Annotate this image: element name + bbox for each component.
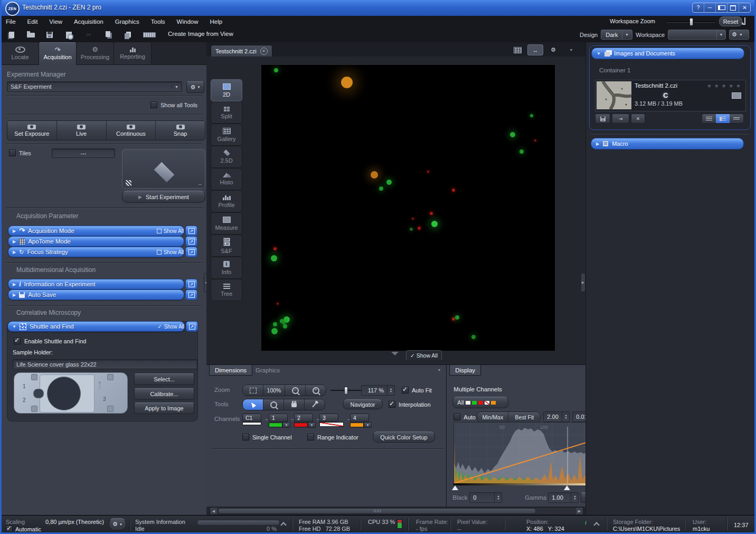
save-button[interactable] [44,31,55,39]
view-settings-gear-icon[interactable]: ⚙ [545,44,561,55]
scroll-left-icon[interactable]: ◀ [210,508,217,514]
tab-processing[interactable]: ⚙ Processing [77,42,114,64]
range-indicator-toggle[interactable]: Range Indicator [307,434,358,441]
preview-mode-icon[interactable] [126,180,131,186]
menu-help[interactable]: Help [204,18,229,25]
expand-arrow-icon[interactable]: ▶ [596,142,599,146]
view-tab-gallery[interactable]: Gallery [211,124,242,146]
document-card[interactable]: Testschnitt 2.czi ★ ★ ★ ★ ★ C 3.12 MB / … [595,80,746,111]
tiles-checkbox[interactable] [9,149,16,156]
expand-arrow-icon[interactable]: ▶ [13,293,16,297]
scaling-automatic-toggle[interactable]: Automatic [6,526,41,532]
view-tab-histo[interactable]: Histo [211,168,242,190]
menu-tools[interactable]: Tools [145,18,171,25]
histogram[interactable]: 50 100 [453,422,585,484]
workspace-dropdown[interactable]: ▼ [668,30,726,40]
tab-reporting[interactable]: Reporting [114,42,152,64]
compact-view-button[interactable] [730,114,743,123]
show-all-tools-checkbox[interactable] [150,101,157,108]
gamma-value-spinner[interactable]: 1.00 ▲▼ [548,492,579,503]
all-channels-button[interactable]: All [452,397,508,408]
show-all-tab[interactable]: ✓Show All [406,350,442,360]
show-all-toggle[interactable]: Show All [157,249,184,255]
enable-shuttle-toggle[interactable]: Enable Shuttle and Find [14,338,86,344]
image-canvas[interactable] [261,65,555,351]
detail-view-button[interactable] [716,114,730,123]
view-tab-sf[interactable]: EMLMS&F [211,235,242,257]
popout-button[interactable]: ↗ [185,247,197,257]
menu-file[interactable]: File [0,18,22,25]
help-button[interactable]: ? [693,3,704,12]
collapse-arrow-icon[interactable]: ▼ [597,51,601,56]
min-max-button[interactable]: Min/Max [477,412,508,423]
enable-shuttle-checkbox[interactable] [14,338,21,344]
interpolation-toggle[interactable]: Interpolation [389,401,431,408]
open-button[interactable] [25,31,36,39]
view-tab-2d[interactable]: 2D [211,79,242,101]
preview-button[interactable] [63,31,74,39]
zoom-100-button[interactable]: 100% [263,385,285,396]
zoom-in-button[interactable]: + [306,385,326,396]
cut-button[interactable]: ✂ [83,31,94,39]
popout-button[interactable]: ↗ [185,279,197,289]
apply-to-image-button[interactable]: Apply to Image [134,402,194,414]
white-point-slider[interactable] [564,485,570,490]
expand-arrow-icon[interactable]: ▶ [13,282,16,287]
auto-fit-checkbox[interactable] [402,387,409,394]
popout-button[interactable]: ↗ [185,226,197,236]
channel-4[interactable]: 4 ▼ [350,414,372,428]
minimize-button[interactable]: ─ [704,3,716,12]
channel-1[interactable]: 1 ▼ [269,414,290,428]
single-channel-toggle[interactable]: Single Channel [242,434,292,441]
expand-arrow-icon[interactable]: ▶ [13,250,16,255]
title-bar[interactable]: ZEN Testschnitt 2.czi - ZEN 2 pro ? ─ ✕ [0,0,756,16]
workspace-zoom-slider[interactable] [666,21,715,23]
tiles-toggle[interactable]: Tiles [9,149,31,156]
close-document-button[interactable]: ✕ [631,114,645,124]
tab-display[interactable]: Display [449,365,481,376]
auto-checkbox[interactable] [453,414,460,420]
scrollbar-thumb[interactable] [218,508,536,514]
collapse-arrow-icon[interactable]: ▼ [12,324,16,329]
menu-window[interactable]: Window [171,18,204,25]
experiment-options-button[interactable]: ⚙▼ [186,81,204,93]
restore-tile-button[interactable] [716,3,727,12]
collapse-chevron-icon[interactable] [281,522,286,528]
clipped-button[interactable] [581,492,585,503]
zoom-value-spinner[interactable]: 117 % ▲▼ [361,385,395,396]
focus-strategy-bar[interactable]: ▶ ↻ Focus Strategy Show All [8,247,184,257]
select-holder-button[interactable]: Select... [134,373,194,385]
design-dropdown[interactable]: Dark ▼ [601,30,632,40]
gallery-view-icon[interactable] [509,44,525,55]
collapse-view-arrow-icon[interactable] [391,352,399,355]
cursor-tool-button[interactable] [243,399,263,410]
ruler-button[interactable] [143,31,156,39]
view-tab-split[interactable]: Split [211,101,242,124]
chevron-down-icon[interactable]: ▼ [364,422,372,428]
chevron-down-icon[interactable]: ▼ [282,422,290,428]
snap-button[interactable]: Snap [156,121,205,140]
live-button[interactable]: Live [57,121,107,140]
information-on-experiment-bar[interactable]: ▶ i Information on Experiment [8,279,184,289]
chevron-down-icon[interactable]: ▼ [308,422,316,428]
acquisition-mode-bar[interactable]: ▶ ↷ Acquisition Mode Show All [8,226,184,236]
new-document-button[interactable] [6,31,17,39]
tab-locate[interactable]: Locate [2,42,39,64]
close-button[interactable]: ✕ [739,3,750,12]
tab-acquisition[interactable]: ↷ Acquisition [39,42,77,65]
calibrate-button[interactable]: Calibrate... [134,388,194,400]
view-tab-25d[interactable]: 2.5D [211,146,242,168]
expand-arrow-icon[interactable]: ▶ [13,239,16,244]
spinner-arrows-icon[interactable]: ▲▼ [387,386,394,395]
collapse-chevron-icon[interactable] [594,522,599,528]
info-icon[interactable]: i [585,519,587,526]
zoom-region-tool-button[interactable] [263,399,284,410]
export-document-button[interactable]: ⇥ [612,114,629,124]
best-fit-button[interactable]: Best Fit [508,412,540,423]
scroll-right-icon[interactable]: ▶ [576,508,583,514]
tab-dimensions[interactable]: Dimensions [209,365,252,376]
show-all-toggle[interactable]: ✓Show All [157,324,184,330]
zoom-slider-handle[interactable] [344,387,348,395]
right-panel-collapse-handle[interactable]: ▶ [581,273,585,292]
menu-acquisition[interactable]: Acquisition [68,18,109,25]
